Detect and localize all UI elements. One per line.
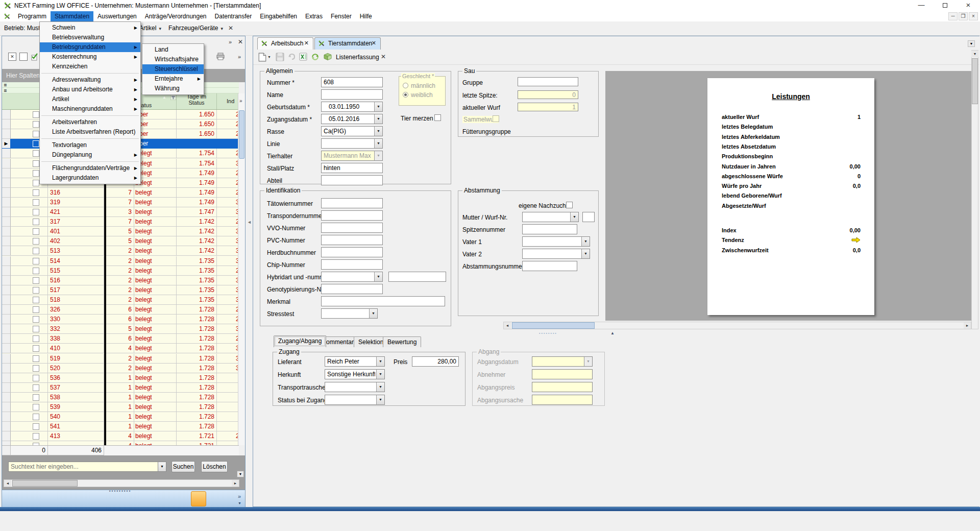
row-checkbox[interactable]: [33, 433, 39, 440]
menu-item-listearbeitsverfahrenreport[interactable]: Liste Arbeitsverfahren (Report): [40, 127, 140, 137]
tier-merzen-checkbox[interactable]: [434, 114, 441, 121]
table-row[interactable]: 3306belegt1.7282: [2, 315, 239, 325]
rasse-select[interactable]: Ca(PIG)▼: [321, 126, 383, 136]
menu-item-wirtschaftsjahre[interactable]: Wirtschaftsjahre: [142, 55, 204, 64]
menu-item-adressverwaltung[interactable]: Adressverwaltung▶: [40, 75, 140, 85]
row-checkbox[interactable]: [33, 326, 39, 332]
mdi-close-icon[interactable]: ×: [969, 12, 978, 20]
report-horizontal-scrollbar[interactable]: ◄ ►: [503, 322, 971, 329]
search-dropdown-icon[interactable]: ▼: [158, 462, 166, 472]
gruppe-field[interactable]: [518, 77, 578, 86]
row-checkbox[interactable]: [33, 248, 39, 254]
splitter-dots[interactable]: ▪▪▪▪▪▪▪▪▪: [109, 489, 132, 493]
herdbuchnummer-field[interactable]: [321, 247, 383, 257]
tab-close-icon[interactable]: ✕: [372, 40, 376, 46]
printer-icon[interactable]: [216, 53, 225, 61]
field-rows-module-icon[interactable]: [208, 493, 219, 504]
genotypisierung-field[interactable]: [321, 284, 383, 294]
row-checkbox[interactable]: [33, 287, 39, 294]
row-checkbox[interactable]: [33, 423, 39, 430]
row-checkbox[interactable]: [33, 209, 39, 215]
name-field[interactable]: [321, 89, 383, 100]
tab-tierstammdaten[interactable]: Tierstammdaten ✕: [314, 37, 381, 50]
collapse-left-icon[interactable]: ◄: [247, 220, 252, 225]
tab-close-icon[interactable]: ✕: [304, 40, 309, 46]
herkunft-select[interactable]: Sonstige Herkunft▼: [325, 369, 385, 379]
col-tage-label[interactable]: Tage imStatus: [177, 93, 216, 106]
menubar-item-stammdaten[interactable]: Stammdaten: [51, 11, 93, 21]
stall-field[interactable]: [321, 163, 383, 173]
listenerfassung-box-icon[interactable]: [323, 53, 332, 61]
maennlich-radio[interactable]: [403, 83, 408, 88]
scroll-right-icon[interactable]: ►: [964, 322, 971, 329]
linie-select[interactable]: ▼: [321, 138, 383, 149]
row-checkbox[interactable]: [33, 238, 39, 245]
row-checkbox[interactable]: [33, 394, 39, 401]
maximize-button[interactable]: [933, 0, 957, 11]
row-checkbox[interactable]: [33, 306, 39, 313]
search-input[interactable]: [8, 462, 158, 472]
row-checkbox[interactable]: [33, 228, 39, 235]
table-row[interactable]: 3266belegt1.7282: [2, 305, 239, 315]
row-checkbox[interactable]: [33, 160, 39, 167]
row-checkbox[interactable]: [33, 111, 39, 118]
row-checkbox[interactable]: [33, 268, 39, 274]
table-row[interactable]: 5132belegt1.7423: [2, 246, 239, 256]
horizontal-splitter[interactable]: ▲ ▪▪▪▪▪▪▪▪: [253, 330, 979, 336]
row-checkbox[interactable]: [33, 219, 39, 225]
mutter-select[interactable]: ▼: [522, 212, 579, 222]
menu-item-kennzeichen[interactable]: Kennzeichen: [40, 62, 140, 71]
tab-list-icon[interactable]: ▼: [968, 40, 975, 47]
hybridnummer-field[interactable]: [388, 272, 446, 282]
lieferant-select[interactable]: Reich Peter▼: [325, 356, 385, 367]
table-row[interactable]: 5401belegt1.728: [2, 412, 239, 422]
row-checkbox[interactable]: [33, 404, 39, 411]
menu-item-textvorlagen[interactable]: Textvorlagen: [40, 140, 140, 150]
undo-icon[interactable]: [287, 53, 297, 61]
scroll-down-icon[interactable]: ▼: [971, 51, 978, 57]
artikel-dropdown[interactable]: Artikel ▼: [139, 25, 162, 32]
table-row[interactable]: 5152belegt1.7352: [2, 266, 239, 276]
menu-item-whrung[interactable]: Währung: [142, 84, 204, 93]
wurf-nr-field[interactable]: [582, 212, 595, 222]
scroll-left-icon[interactable]: ◄: [4, 480, 11, 487]
row-checkbox[interactable]: [33, 365, 39, 372]
row-checkbox[interactable]: [33, 258, 39, 264]
table-row[interactable]: 3325belegt1.7283: [2, 324, 239, 334]
preis-field[interactable]: [412, 356, 459, 367]
abteil-field[interactable]: [321, 175, 383, 185]
row-checkbox[interactable]: [33, 189, 39, 196]
table-row[interactable]: 5192belegt1.7283: [2, 354, 239, 364]
status-bei-zugang-select[interactable]: ▼: [325, 395, 385, 405]
tab-arbeitsbuch[interactable]: Arbeitsbuch ✕: [257, 37, 313, 50]
weiblich-radio[interactable]: [403, 92, 408, 98]
suchen-button[interactable]: Suchen: [172, 461, 195, 472]
listenerfassung-label[interactable]: Listenerfassung: [336, 54, 379, 61]
mdi-minimize-icon[interactable]: ─: [948, 12, 958, 20]
bottle-module-icon[interactable]: [178, 493, 189, 504]
nummer-field[interactable]: [321, 77, 383, 87]
table-row[interactable]: 5381belegt1.728: [2, 393, 239, 403]
geburtsdatum-picker[interactable]: 03.01.1950▼: [321, 102, 383, 112]
menu-item-erntejahre[interactable]: Erntejahre▶: [142, 74, 204, 84]
row-checkbox[interactable]: [33, 121, 39, 128]
table-horizontal-scrollbar[interactable]: ◄ ►: [4, 479, 239, 487]
check-none-icon[interactable]: [19, 53, 28, 61]
hybridart-select[interactable]: ▼: [321, 272, 383, 282]
table-row[interactable]: 3386belegt1.7282: [2, 334, 239, 344]
row-checkbox[interactable]: [33, 277, 39, 284]
row-checkbox[interactable]: [33, 150, 39, 157]
chip-nummer-field[interactable]: [321, 259, 383, 270]
save-icon[interactable]: [276, 53, 284, 61]
toolbar-close-icon[interactable]: ✕: [381, 53, 386, 60]
row-checkbox[interactable]: [33, 375, 39, 381]
row-checkbox[interactable]: [33, 335, 39, 342]
uncheck-all-icon[interactable]: ✕: [8, 53, 16, 61]
menubar-item-antrgeverordnungen[interactable]: Anträge/Verordnungen: [141, 11, 211, 21]
menu-item-kostenrechnung[interactable]: Kostenrechnung▶: [40, 52, 140, 62]
mdi-restore-icon[interactable]: ❐: [959, 12, 968, 20]
tab-zugang-abgang[interactable]: Zugang/Abgang: [274, 335, 326, 347]
check-marked-icon[interactable]: [31, 53, 39, 61]
table-row[interactable]: 3197belegt1.7493: [2, 198, 239, 208]
menu-item-flchengrunddatenvertrge[interactable]: Flächengrunddaten/Verträge▶: [40, 163, 140, 173]
